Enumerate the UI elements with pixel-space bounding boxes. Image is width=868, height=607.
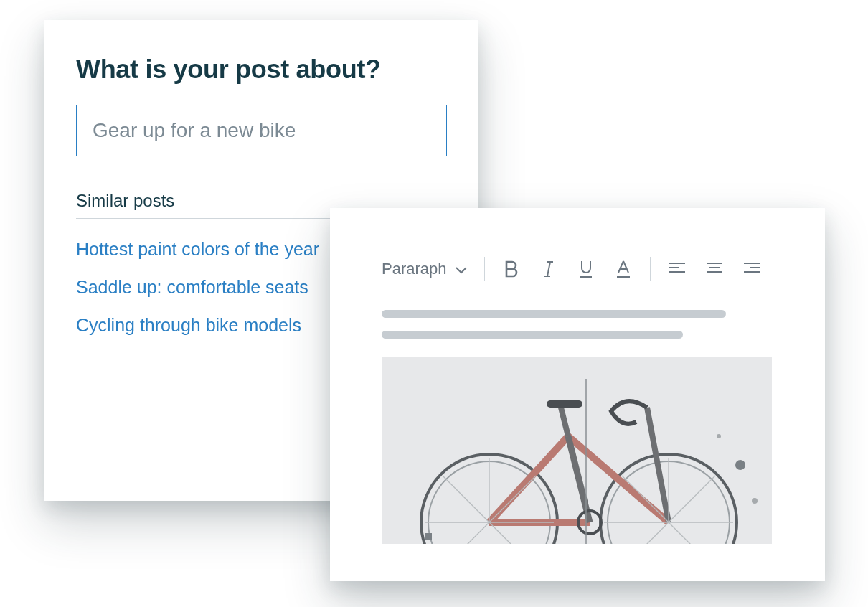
chevron-down-icon: [456, 260, 467, 278]
svg-line-33: [622, 522, 669, 544]
svg-line-30: [669, 476, 715, 522]
italic-icon[interactable]: [539, 258, 558, 280]
editor-toolbar: Pararaph: [382, 257, 773, 281]
post-topic-input[interactable]: [76, 105, 447, 156]
bold-icon[interactable]: [502, 258, 521, 280]
svg-rect-38: [425, 533, 432, 540]
paragraph-style-select[interactable]: Pararaph: [382, 260, 467, 278]
svg-line-32: [669, 522, 715, 544]
align-left-icon[interactable]: [668, 258, 687, 280]
toolbar-divider: [650, 257, 651, 281]
placeholder-line: [382, 331, 683, 339]
text-format-group: [502, 258, 633, 280]
editor-content-placeholder: [382, 310, 773, 339]
svg-line-26: [443, 522, 489, 544]
svg-line-28: [443, 476, 489, 522]
align-right-icon[interactable]: [742, 258, 761, 280]
paragraph-style-label: Pararaph: [382, 260, 447, 278]
rich-text-editor-card: Pararaph: [330, 208, 825, 581]
svg-point-39: [717, 434, 721, 438]
align-center-icon[interactable]: [705, 258, 724, 280]
underline-icon[interactable]: [577, 258, 595, 280]
editor-image[interactable]: [382, 357, 772, 544]
svg-line-23: [489, 476, 536, 522]
text-color-icon[interactable]: [614, 258, 633, 280]
placeholder-line: [382, 310, 726, 318]
alignment-group: [668, 258, 761, 280]
toolbar-divider: [484, 257, 485, 281]
post-topic-heading: What is your post about?: [76, 55, 447, 85]
svg-point-36: [735, 460, 745, 470]
svg-line-2: [547, 262, 550, 276]
svg-point-37: [752, 498, 758, 504]
